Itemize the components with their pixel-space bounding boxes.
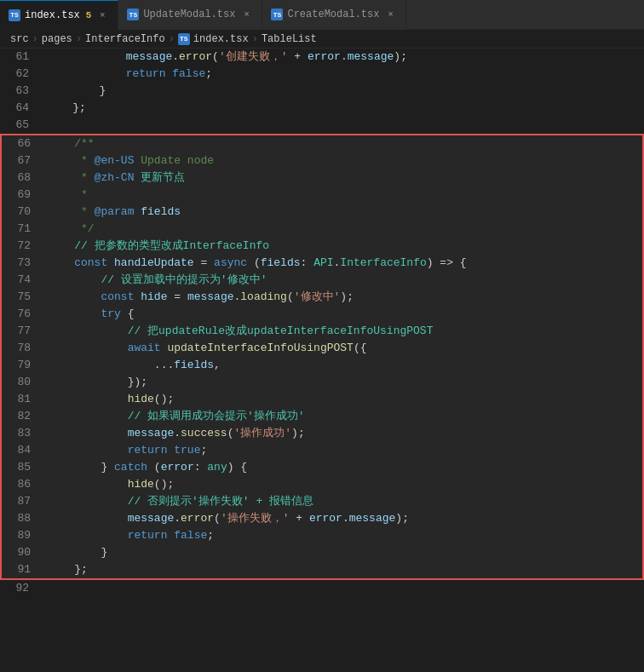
tab-index[interactable]: TSindex.tsx5× — [0, 0, 118, 30]
token-var: message — [349, 512, 396, 525]
tsx-icon: TS — [9, 9, 20, 21]
tab-close-icon[interactable]: × — [239, 8, 253, 21]
line-number: 91 — [2, 561, 44, 578]
line-number: 73 — [2, 255, 44, 272]
line-number: 85 — [2, 459, 44, 476]
token-tag: @zh-CN — [95, 171, 135, 184]
token-keyword: const — [74, 256, 107, 269]
token-keyword: return — [128, 444, 168, 457]
code-line-90: 90 } — [2, 544, 642, 561]
token-comment: * — [81, 171, 95, 184]
token-keyword: const — [101, 290, 134, 303]
line-number: 88 — [2, 510, 44, 527]
token-punct: ( — [154, 461, 161, 474]
token-punct: ; — [207, 529, 214, 542]
token-spread: ... — [154, 359, 174, 371]
line-content: // 把参数的类型改成InterfaceInfo — [44, 238, 642, 255]
line-number: 81 — [2, 391, 44, 408]
line-content: ...fields, — [44, 357, 642, 374]
token-keyword: return — [126, 67, 166, 80]
code-line-91: 91 }; — [2, 561, 642, 578]
token-bool: true — [167, 444, 200, 457]
code-line-73: 73 const handleUpdate = async (fields: A… — [2, 255, 642, 272]
breadcrumb-item: src — [10, 33, 29, 45]
code-line-79: 79 ...fields, — [2, 357, 642, 374]
tab-badge: 5 — [86, 10, 92, 20]
tab-close-icon[interactable]: × — [383, 8, 397, 21]
tab-update[interactable]: TSUpdateModal.tsx× — [118, 0, 262, 30]
token-comment-zh: // 设置加载中的提示为'修改中' — [101, 273, 267, 286]
code-line-88: 88 message.error('操作失败，' + error.message… — [2, 510, 642, 527]
line-number: 64 — [0, 100, 43, 117]
code-line-92: 92 — [0, 580, 644, 597]
token-punct: ); — [395, 512, 409, 525]
token-string: '修改中' — [294, 290, 341, 303]
token-tag: @param — [95, 205, 135, 218]
token-punct: { — [121, 307, 135, 320]
breadcrumb-tsx-icon: TS — [178, 33, 190, 45]
tab-close-icon[interactable]: × — [95, 9, 109, 22]
line-number: 67 — [2, 152, 44, 169]
token-func: success — [181, 427, 227, 439]
token-punct: ( — [247, 256, 261, 269]
token-comment-zh: // 把参数的类型改成InterfaceInfo — [74, 239, 269, 252]
token-func: hide — [128, 478, 154, 491]
token-var: hide — [141, 290, 167, 303]
code-line-76: 76 try { — [2, 306, 642, 323]
code-line-89: 89 return false; — [2, 527, 642, 544]
tab-create[interactable]: TSCreateModal.tsx× — [262, 0, 406, 30]
token-tag: @en-US — [95, 154, 135, 167]
token-punct: : — [301, 256, 314, 269]
line-content: return false; — [43, 66, 644, 83]
code-line-87: 87 // 否则提示'操作失败' + 报错信息 — [2, 493, 642, 510]
token-param: fields — [134, 205, 181, 218]
token-punct: . — [342, 512, 349, 525]
code-line-69: 69 * — [2, 187, 642, 204]
code-line-83: 83 message.success('操作成功'); — [2, 425, 642, 442]
token-func: updateInterfaceInfoUsingPOST — [167, 342, 353, 354]
line-number: 69 — [2, 187, 44, 204]
line-number: 63 — [0, 83, 43, 100]
code-line-82: 82 // 如果调用成功会提示'操作成功' — [2, 408, 642, 425]
token-string: '操作失败，' — [221, 512, 290, 525]
token-var: handleUpdate — [114, 256, 194, 269]
token-op: = — [167, 290, 187, 303]
code-line-74: 74 // 设置加载中的提示为'修改中' — [2, 272, 642, 289]
line-number: 90 — [2, 544, 44, 561]
token-var: fields — [174, 359, 214, 371]
token-var: error — [161, 461, 194, 474]
breadcrumb-sep: › — [169, 33, 175, 45]
line-content: * @param fields — [44, 204, 642, 221]
line-content: // 如果调用成功会提示'操作成功' — [44, 408, 642, 425]
token-comment-zh: // 如果调用成功会提示'操作成功' — [128, 410, 305, 422]
line-content: }; — [44, 561, 642, 578]
token-func: error — [181, 512, 214, 525]
breadcrumb-item: InterfaceInfo — [85, 33, 165, 45]
tab-label: CreateModal.tsx — [287, 9, 379, 20]
token-punct: ); — [394, 50, 407, 63]
token-punct: (); — [154, 393, 174, 405]
token-punct: ({ — [354, 342, 367, 354]
line-content: hide(); — [44, 476, 642, 493]
code-line-67: 67 * @en-US Update node — [2, 152, 642, 169]
line-content: /** — [44, 135, 642, 152]
token-func: loading — [240, 290, 287, 303]
line-content: return true; — [44, 442, 642, 459]
token-punct: ; — [205, 67, 212, 80]
tab-label: UpdateModal.tsx — [143, 9, 235, 20]
breadcrumb-sep: › — [76, 33, 82, 45]
line-number: 74 — [2, 272, 44, 289]
token-punct: . — [172, 50, 179, 63]
line-number: 68 — [2, 169, 44, 187]
token-punct: ( — [214, 512, 221, 525]
line-number: 83 — [2, 425, 44, 442]
token-type: any — [207, 461, 227, 474]
code-line-63: 63 } — [0, 83, 644, 100]
code-line-68: 68 * @zh-CN 更新节点 — [2, 169, 642, 187]
line-content: hide(); — [44, 391, 642, 408]
token-punct: (); — [154, 478, 174, 491]
token-var: message — [348, 50, 394, 63]
line-content: // 把updateRule改成updateInterfaceInfoUsing… — [44, 323, 642, 340]
token-type: API — [313, 256, 333, 269]
token-func: hide — [128, 393, 154, 405]
